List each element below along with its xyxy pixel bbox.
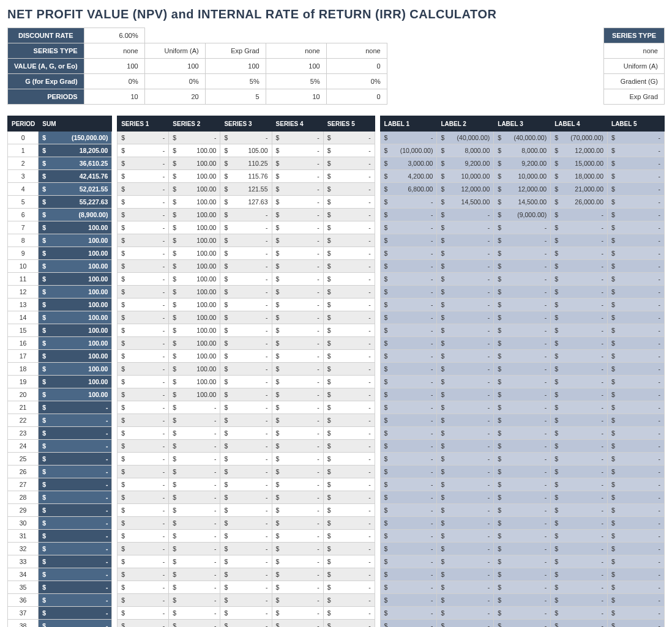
series-cell[interactable]: $105.00 <box>220 144 272 157</box>
series-cell[interactable]: $- <box>272 594 323 607</box>
label-cell[interactable]: $- <box>608 324 665 337</box>
label-cell[interactable]: $- <box>551 504 608 517</box>
series-cell[interactable]: $- <box>220 260 272 273</box>
series-cell[interactable]: $- <box>220 311 272 324</box>
label-cell[interactable]: $- <box>380 273 437 286</box>
label-cell[interactable]: $(70,000.00) <box>551 132 608 144</box>
series-cell[interactable]: $- <box>118 311 169 324</box>
param-periods-2[interactable]: 20 <box>144 89 205 105</box>
param-periods-5[interactable]: 0 <box>326 89 387 105</box>
series-cell[interactable]: $- <box>118 440 169 453</box>
series-cell[interactable]: $- <box>323 594 375 607</box>
param-series-type-5[interactable]: none <box>326 43 387 59</box>
label-cell[interactable]: $- <box>437 440 494 453</box>
param-g-2[interactable]: 0% <box>144 74 205 89</box>
label-cell[interactable]: $- <box>608 504 665 517</box>
series-cell[interactable]: $- <box>272 157 323 170</box>
series-cell[interactable]: $- <box>272 337 323 350</box>
series-cell[interactable]: $- <box>118 132 169 144</box>
series-cell[interactable]: $- <box>323 555 375 568</box>
label-cell[interactable]: $- <box>608 170 665 183</box>
label-cell[interactable]: $- <box>380 260 437 273</box>
series-cell[interactable]: $- <box>118 196 169 209</box>
series-cell[interactable]: $- <box>118 491 169 504</box>
label-cell[interactable]: $- <box>551 311 608 324</box>
series-cell[interactable]: $- <box>169 517 220 530</box>
label-cell[interactable]: $4,200.00 <box>380 170 437 183</box>
series-cell[interactable]: $- <box>323 581 375 594</box>
series-cell[interactable]: $- <box>118 247 169 260</box>
label-cell[interactable]: $- <box>551 324 608 337</box>
label-cell[interactable]: $- <box>380 517 437 530</box>
series-cell[interactable]: $- <box>118 221 169 234</box>
label-cell[interactable]: $- <box>494 594 551 607</box>
param-value-2[interactable]: 100 <box>144 59 205 74</box>
series-cell[interactable]: $100.00 <box>169 234 220 247</box>
series-cell[interactable]: $110.25 <box>220 157 272 170</box>
series-cell[interactable]: $- <box>118 568 169 581</box>
label-cell[interactable]: $- <box>551 401 608 414</box>
series-cell[interactable]: $- <box>220 620 272 628</box>
series-cell[interactable]: $100.00 <box>169 311 220 324</box>
param-g-5[interactable]: 0% <box>326 74 387 89</box>
series-cell[interactable]: $- <box>118 620 169 628</box>
label-cell[interactable]: $- <box>608 350 665 363</box>
label-cell[interactable]: $- <box>380 440 437 453</box>
series-cell[interactable]: $- <box>220 440 272 453</box>
series-cell[interactable]: $- <box>169 453 220 466</box>
series-cell[interactable]: $- <box>323 221 375 234</box>
series-cell[interactable]: $- <box>169 607 220 620</box>
label-cell[interactable]: $- <box>494 324 551 337</box>
series-cell[interactable]: $- <box>272 466 323 478</box>
label-cell[interactable]: $- <box>551 594 608 607</box>
label-cell[interactable]: $- <box>494 350 551 363</box>
label-cell[interactable]: $- <box>551 440 608 453</box>
series-cell[interactable]: $- <box>323 466 375 478</box>
label-cell[interactable]: $- <box>494 311 551 324</box>
label-cell[interactable]: $- <box>494 260 551 273</box>
series-cell[interactable]: $- <box>169 132 220 144</box>
label-cell[interactable]: $- <box>380 543 437 555</box>
series-cell[interactable]: $- <box>272 247 323 260</box>
label-cell[interactable]: $- <box>380 530 437 543</box>
series-cell[interactable]: $- <box>272 132 323 144</box>
label-cell[interactable]: $- <box>380 504 437 517</box>
label-cell[interactable]: $- <box>494 273 551 286</box>
label-cell[interactable]: $- <box>551 414 608 427</box>
label-cell[interactable]: $- <box>494 234 551 247</box>
label-cell[interactable]: $- <box>380 350 437 363</box>
series-cell[interactable]: $- <box>220 581 272 594</box>
series-cell[interactable]: $100.00 <box>169 350 220 363</box>
series-cell[interactable]: $- <box>118 555 169 568</box>
label-cell[interactable]: $6,800.00 <box>380 183 437 196</box>
label-cell[interactable]: $8,000.00 <box>437 144 494 157</box>
series-cell[interactable]: $- <box>118 530 169 543</box>
series-cell[interactable]: $- <box>323 260 375 273</box>
series-cell[interactable]: $- <box>220 221 272 234</box>
label-cell[interactable]: $- <box>437 594 494 607</box>
label-cell[interactable]: $- <box>380 221 437 234</box>
label-cell[interactable]: $- <box>437 247 494 260</box>
label-cell[interactable]: $- <box>380 324 437 337</box>
series-cell[interactable]: $- <box>272 453 323 466</box>
label-cell[interactable]: $- <box>494 427 551 440</box>
series-cell[interactable]: $- <box>220 209 272 221</box>
label-cell[interactable]: $- <box>437 530 494 543</box>
label-cell[interactable]: $- <box>380 478 437 491</box>
label-cell[interactable]: $- <box>551 260 608 273</box>
label-cell[interactable]: $- <box>494 247 551 260</box>
param-value-3[interactable]: 100 <box>205 59 266 74</box>
series-cell[interactable]: $- <box>220 491 272 504</box>
series-cell[interactable]: $- <box>323 234 375 247</box>
series-cell[interactable]: $- <box>220 543 272 555</box>
label-cell[interactable]: $12,000.00 <box>494 183 551 196</box>
series-cell[interactable]: $- <box>169 466 220 478</box>
series-cell[interactable]: $100.00 <box>169 157 220 170</box>
series-cell[interactable]: $- <box>272 144 323 157</box>
param-g-1[interactable]: 0% <box>84 74 144 89</box>
label-cell[interactable]: $- <box>608 144 665 157</box>
series-cell[interactable]: $- <box>272 555 323 568</box>
series-cell[interactable]: $- <box>272 311 323 324</box>
series-cell[interactable]: $- <box>323 401 375 414</box>
series-cell[interactable]: $- <box>220 363 272 376</box>
